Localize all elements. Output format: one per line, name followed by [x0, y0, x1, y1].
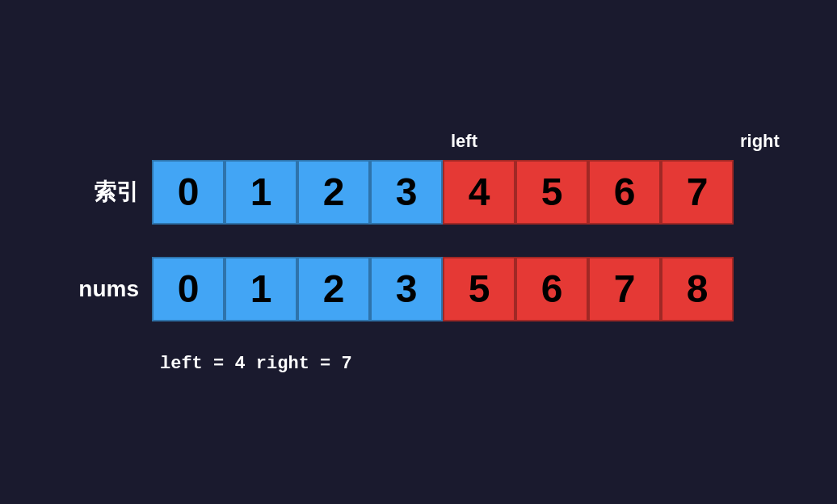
right-pointer-label: right	[740, 131, 780, 152]
nums-cell-3: 3	[370, 257, 443, 321]
left-pointer-label: left	[451, 131, 477, 152]
index-cell-2: 2	[297, 160, 370, 225]
index-cells: 01234567	[152, 160, 734, 225]
nums-row-label: nums	[55, 276, 152, 302]
nums-cell-1: 1	[225, 257, 297, 321]
index-cell-5: 5	[515, 160, 588, 225]
index-cell-3: 3	[370, 160, 443, 225]
equation-text: left = 4 right = 7	[160, 354, 782, 374]
main-container: left right 索引 01234567 nums 01235678 lef…	[55, 115, 782, 390]
nums-cells: 01235678	[152, 257, 734, 321]
nums-cell-7: 8	[661, 257, 734, 321]
nums-cell-5: 6	[515, 257, 588, 321]
nums-cell-0: 0	[152, 257, 225, 321]
index-row: 索引 01234567	[55, 160, 782, 225]
nums-cell-2: 2	[297, 257, 370, 321]
pointer-labels-row: left right	[160, 131, 782, 157]
nums-row: nums 01235678	[55, 257, 782, 321]
index-cell-7: 7	[661, 160, 734, 225]
index-cell-0: 0	[152, 160, 225, 225]
nums-cell-4: 5	[443, 257, 515, 321]
index-row-label: 索引	[55, 177, 152, 208]
nums-cell-6: 7	[588, 257, 661, 321]
index-cell-6: 6	[588, 160, 661, 225]
index-cell-4: 4	[443, 160, 515, 225]
index-cell-1: 1	[225, 160, 297, 225]
